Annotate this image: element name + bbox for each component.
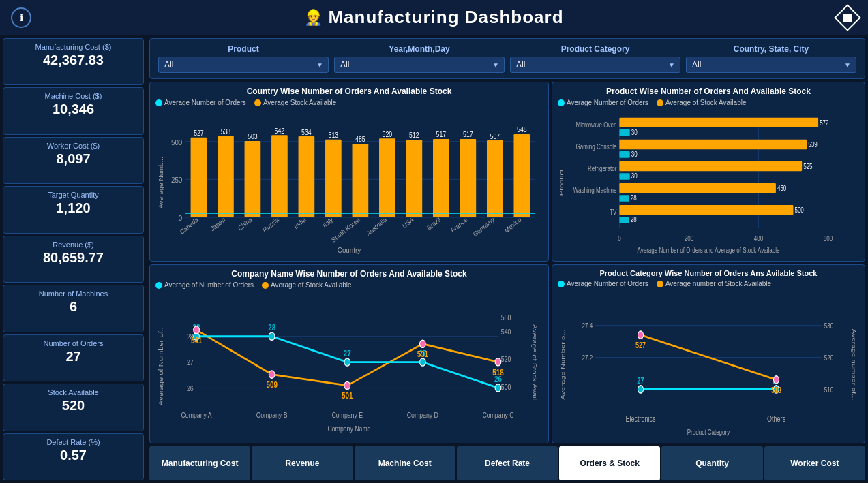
svg-text:Brazil: Brazil [425, 215, 442, 232]
filter-label-location-filter: Country, State, City [686, 44, 856, 54]
tab-orders-stock[interactable]: Orders & Stock [559, 446, 660, 480]
svg-text:Electronics: Electronics [625, 414, 656, 423]
svg-text:517: 517 [463, 131, 473, 139]
page-title: Manufacturing Dashboard [328, 7, 563, 28]
kpi-revenue: Revenue ($) 80,659.77 [3, 236, 144, 283]
svg-rect-9 [218, 136, 234, 218]
svg-text:534: 534 [301, 128, 312, 136]
country-chart-title: Country Wise Number of Orders And Availa… [155, 87, 543, 96]
svg-rect-24 [353, 144, 369, 217]
svg-text:527: 527 [635, 341, 646, 350]
kpi-num-orders: Number of Orders 27 [3, 334, 144, 381]
svg-text:30: 30 [631, 172, 638, 181]
company-legend-orders: Average of Number of Orders [164, 281, 254, 289]
company-orders-chart: Company Name Wise Number of Orders And A… [149, 264, 549, 444]
company-chart-svg-container: 26272850052054055028541Company A28509Com… [155, 292, 543, 439]
svg-text:Company E: Company E [331, 411, 363, 419]
svg-text:Average of Number of...: Average of Number of... [158, 325, 164, 405]
tab-quantity[interactable]: Quantity [661, 446, 762, 480]
svg-rect-18 [299, 136, 315, 217]
filter-select-location-filter[interactable]: All [686, 57, 856, 73]
info-icon[interactable]: ℹ [11, 7, 31, 28]
svg-text:28: 28 [631, 216, 637, 225]
kpi-value-machine-cost: 10,346 [10, 102, 136, 117]
kpi-value-worker-cost: 8,097 [10, 151, 136, 167]
svg-text:Country: Country [338, 246, 361, 255]
svg-rect-12 [245, 141, 261, 217]
svg-text:525: 525 [803, 162, 812, 171]
main-layout: Manufacturing Cost ($) 42,367.83Machine … [0, 35, 868, 483]
tab-machine-cost[interactable]: Machine Cost [355, 446, 455, 480]
svg-text:South Korea: South Korea [330, 215, 361, 245]
kpi-value-revenue: 80,659.77 [10, 250, 136, 266]
svg-text:572: 572 [820, 119, 828, 127]
svg-text:Gaming Console: Gaming Console [576, 142, 617, 151]
category-chart-svg-container: 27.227.451052053027527Electronics27513Ot… [558, 290, 859, 439]
svg-text:Russia: Russia [261, 215, 280, 234]
svg-point-130 [638, 386, 644, 393]
svg-text:27.4: 27.4 [582, 321, 593, 330]
svg-text:Mexico: Mexico [503, 215, 522, 234]
filter-wrapper-category-filter: All [510, 57, 680, 73]
svg-text:503: 503 [248, 133, 258, 141]
sidebar: Manufacturing Cost ($) 42,367.83Machine … [0, 35, 147, 483]
filter-label-date-filter: Year,Month,Day [334, 44, 505, 54]
svg-point-98 [269, 332, 275, 340]
svg-text:Product: Product [558, 170, 565, 196]
filter-select-product-filter[interactable]: All [158, 57, 329, 73]
kpi-value-stock-available: 520 [10, 398, 136, 414]
header-logo: 👷 [304, 9, 323, 27]
svg-text:Japan: Japan [209, 215, 226, 233]
tab-worker-cost[interactable]: Worker Cost [764, 446, 865, 480]
svg-text:501: 501 [342, 391, 353, 400]
svg-rect-76 [619, 205, 793, 215]
filter-select-date-filter[interactable]: All [334, 57, 505, 73]
kpi-value-num-machines: 6 [10, 299, 136, 315]
svg-point-110 [419, 340, 425, 347]
charts-row-bottom: Company Name Wise Number of Orders And A… [149, 264, 865, 444]
tab-mfg-cost[interactable]: Manufacturing Cost [149, 446, 250, 480]
svg-text:30: 30 [631, 128, 638, 137]
svg-text:520: 520 [824, 353, 834, 362]
tab-defect-rate[interactable]: Defect Rate [457, 446, 558, 480]
svg-point-115 [495, 358, 501, 366]
product-legend-stock: Average of Stock Available [665, 99, 747, 106]
svg-text:530: 530 [824, 321, 834, 330]
kpi-value-defect-rate: 0.57 [10, 448, 136, 463]
svg-text:China: China [237, 215, 254, 232]
diamond-icon[interactable] [834, 4, 861, 31]
svg-rect-56 [619, 118, 818, 127]
company-chart-legend: Average of Number of Orders Average of S… [155, 281, 543, 289]
kpi-label-manufacturing-cost: Manufacturing Cost ($) [10, 43, 136, 51]
filter-select-category-filter[interactable]: All [510, 57, 680, 73]
svg-point-95 [194, 326, 200, 334]
svg-text:531: 531 [417, 349, 428, 358]
svg-text:Company B: Company B [256, 411, 288, 419]
svg-text:550: 550 [501, 313, 511, 322]
kpi-manufacturing-cost: Manufacturing Cost ($) 42,367.83 [3, 38, 144, 85]
company-chart-title: Company Name Wise Number of Orders And A… [155, 269, 543, 279]
filter-wrapper-date-filter: All [334, 57, 505, 73]
svg-text:548: 548 [517, 126, 527, 134]
svg-rect-33 [433, 139, 449, 217]
kpi-label-machine-cost: Machine Cost ($) [10, 92, 136, 100]
charts-row-top: Country Wise Number of Orders And Availa… [149, 82, 865, 262]
svg-text:Company A: Company A [181, 411, 211, 419]
svg-rect-66 [619, 161, 802, 171]
svg-text:Average Number o...: Average Number o... [560, 329, 566, 400]
svg-text:520: 520 [383, 130, 393, 138]
company-chart-svg: 26272850052054055028541Company A28509Com… [155, 292, 543, 439]
svg-text:Australia: Australia [365, 215, 388, 238]
filter-label-product-filter: Product [158, 44, 329, 54]
kpi-machine-cost: Machine Cost ($) 10,346 [3, 87, 144, 134]
svg-rect-58 [619, 129, 629, 136]
kpi-label-revenue: Revenue ($) [10, 240, 136, 249]
svg-text:France: France [449, 215, 468, 234]
svg-text:30: 30 [631, 150, 638, 159]
svg-text:485: 485 [355, 136, 365, 144]
tab-revenue[interactable]: Revenue [252, 446, 353, 480]
legend-orders: Average Number of Orders [164, 99, 246, 106]
filter-group-product-filter: Product All [158, 44, 329, 73]
company-legend-stock: Average of Stock Available [271, 281, 352, 289]
product-chart-title: Product Wise Number of Orders And Availa… [558, 87, 859, 96]
